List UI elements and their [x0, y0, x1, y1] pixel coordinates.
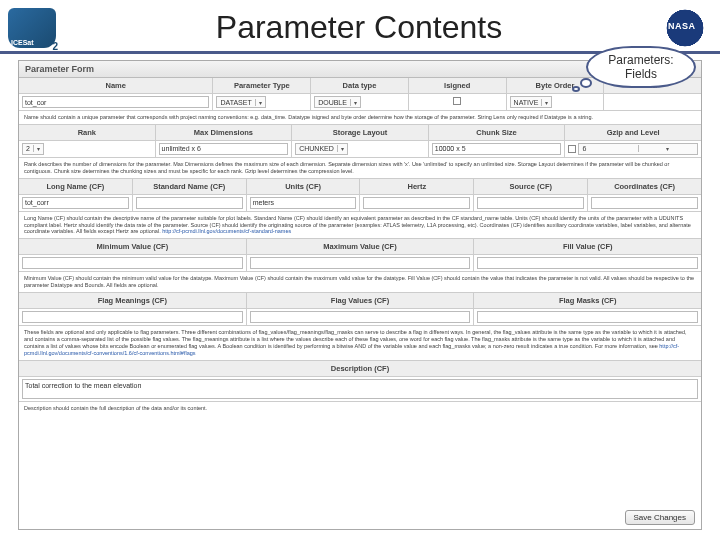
col-fval: Flag Values (CF): [247, 293, 474, 308]
maxdim-input[interactable]: unlimited x 6: [159, 143, 289, 155]
col-ptype: Parameter Type: [213, 78, 310, 93]
fval-input[interactable]: [250, 311, 471, 323]
icesat-logo: [8, 8, 56, 48]
border-select[interactable]: NATIVE▾: [510, 96, 553, 108]
descr-input[interactable]: Total correction to the mean elevation: [22, 379, 698, 399]
col-min: Minimum Value (CF): [19, 239, 246, 254]
name-input[interactable]: tot_cor: [22, 96, 209, 108]
min-input[interactable]: [22, 257, 243, 269]
coord-input[interactable]: [591, 197, 698, 209]
ptype-select[interactable]: DATASET▾: [216, 96, 265, 108]
desc-row6: Description should contain the full desc…: [19, 402, 701, 415]
desc-row3: Long Name (CF) should contain the descri…: [19, 212, 701, 240]
dtype-select[interactable]: DOUBLE▾: [314, 96, 361, 108]
hertz-input[interactable]: [363, 197, 470, 209]
col-coord: Coordinates (CF): [588, 179, 701, 194]
rank-select[interactable]: 2▾: [22, 143, 44, 155]
col-maxdim: Max Dimensions: [156, 125, 292, 140]
desc-row5: These fields are optional and only appli…: [19, 326, 701, 361]
col-sname: Standard Name (CF): [133, 179, 246, 194]
fmean-input[interactable]: [22, 311, 243, 323]
chunk-input[interactable]: 10000 x 5: [432, 143, 562, 155]
desc-row4: Minimum Value (CF) should contain the mi…: [19, 272, 701, 293]
col-rank: Rank: [19, 125, 155, 140]
col-source: Source (CF): [474, 179, 587, 194]
nasa-logo: [662, 8, 708, 48]
callout-line2: Fields: [625, 67, 657, 81]
col-lname: Long Name (CF): [19, 179, 132, 194]
col-fmask: Flag Masks (CF): [474, 293, 701, 308]
layout-select[interactable]: CHUNKED▾: [295, 143, 348, 155]
save-button[interactable]: Save Changes: [625, 510, 695, 525]
col-descr: Description (CF): [19, 361, 701, 376]
col-name: Name: [19, 78, 212, 93]
slide-title: Parameter Contents: [216, 9, 502, 46]
col-hertz: Hertz: [360, 179, 473, 194]
gzip-check[interactable]: [568, 145, 576, 153]
max-input[interactable]: [250, 257, 471, 269]
lname-input[interactable]: tot_corr: [22, 197, 129, 209]
col-isigned: Isigned: [409, 78, 506, 93]
col-fmean: Flag Meanings (CF): [19, 293, 246, 308]
sname-input[interactable]: [136, 197, 243, 209]
col-units: Units (CF): [247, 179, 360, 194]
desc-row1: Name should contain a unique parameter t…: [19, 111, 701, 125]
col-layout: Storage Layout: [292, 125, 428, 140]
fmask-input[interactable]: [477, 311, 698, 323]
parameter-form: Parameter Form Name Parameter Type Data …: [18, 60, 702, 530]
desc-row2: Rank describes the number of dimensions …: [19, 158, 701, 179]
units-input[interactable]: meters: [250, 197, 357, 209]
cf-link[interactable]: http://cf-pcmdi.llnl.gov/documents/cf-st…: [162, 228, 291, 234]
source-input[interactable]: [477, 197, 584, 209]
col-fill: Fill Value (CF): [474, 239, 701, 254]
col-chunk: Chunk Size: [429, 125, 565, 140]
callout-bubble: Parameters:Fields: [586, 46, 696, 88]
col-max: Maximum Value (CF): [247, 239, 474, 254]
col-dtype: Data type: [311, 78, 408, 93]
fill-input[interactable]: [477, 257, 698, 269]
gzip-level-select[interactable]: 6▾: [578, 143, 698, 155]
col-gzip: Gzip and Level: [565, 125, 701, 140]
isigned-check[interactable]: [453, 97, 461, 105]
callout-line1: Parameters:: [608, 53, 673, 67]
